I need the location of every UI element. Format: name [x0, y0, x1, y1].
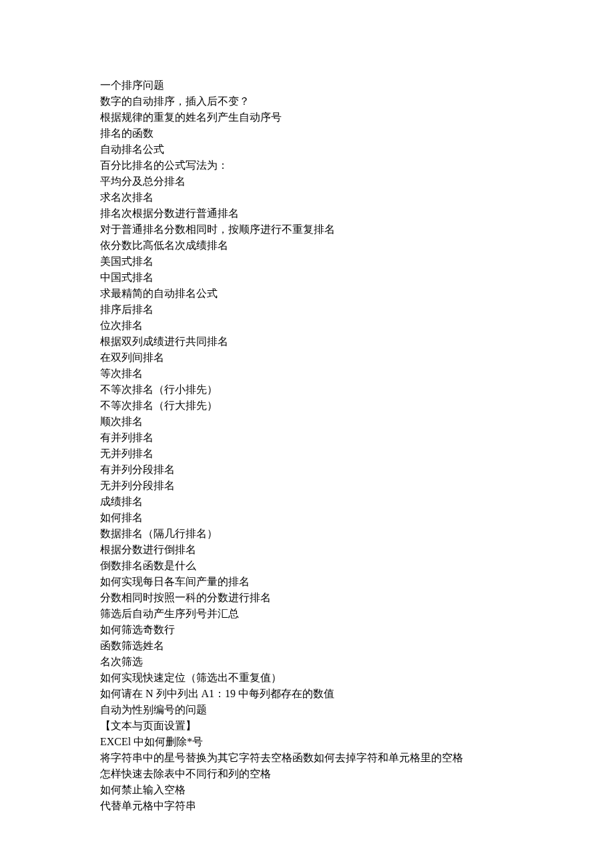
- text-line: 美国式排名: [100, 254, 614, 270]
- text-line: 排名的函数: [100, 125, 614, 141]
- section-heading: 【文本与页面设置】: [100, 718, 614, 734]
- text-line: 筛选后自动产生序列号并汇总: [100, 606, 614, 622]
- text-line: 对于普通排名分数相同时，按顺序进行不重复排名: [100, 222, 614, 238]
- text-line: 如何排名: [100, 510, 614, 526]
- text-line: 根据规律的重复的姓名列产生自动序号: [100, 109, 614, 125]
- text-line: 如何实现快速定位（筛选出不重复值）: [100, 670, 614, 686]
- text-line: 倒数排名函数是什么: [100, 558, 614, 574]
- text-line: 分数相同时按照一科的分数进行排名: [100, 590, 614, 606]
- text-line: 如何筛选奇数行: [100, 622, 614, 638]
- text-line: 有并列分段排名: [100, 462, 614, 478]
- text-line: 函数筛选姓名: [100, 638, 614, 654]
- text-line: 求最精简的自动排名公式: [100, 286, 614, 302]
- text-line: 排名次根据分数进行普通排名: [100, 205, 614, 222]
- text-line: 百分比排名的公式写法为：: [100, 157, 614, 173]
- text-line: 依分数比高低名次成绩排名: [100, 238, 614, 254]
- text-line: 平均分及总分排名: [100, 173, 614, 189]
- text-line: 成绩排名: [100, 494, 614, 510]
- text-line: 数字的自动排序，插入后不变？: [100, 93, 614, 109]
- text-line: 根据双列成绩进行共同排名: [100, 334, 614, 350]
- text-line: 有并列排名: [100, 430, 614, 446]
- text-line: EXCEl 中如何删除*号: [100, 734, 614, 750]
- text-line: 位次排名: [100, 318, 614, 334]
- text-line: 数据排名（隔几行排名）: [100, 526, 614, 542]
- text-line: 自动为性别编号的问题: [100, 702, 614, 718]
- text-line: 自动排名公式: [100, 141, 614, 157]
- text-line: 中国式排名: [100, 270, 614, 286]
- document-page: 一个排序问题 数字的自动排序，插入后不变？ 根据规律的重复的姓名列产生自动序号 …: [0, 0, 614, 814]
- text-line: 排序后排名: [100, 302, 614, 318]
- text-line: 代替单元格中字符串: [100, 798, 614, 814]
- text-line: 不等次排名（行大排先）: [100, 398, 614, 414]
- text-line: 如何实现每日各车间产量的排名: [100, 574, 614, 590]
- text-line: 无并列排名: [100, 446, 614, 462]
- text-line: 顺次排名: [100, 414, 614, 430]
- text-line: 等次排名: [100, 366, 614, 382]
- text-line: 如何禁止输入空格: [100, 782, 614, 798]
- text-line: 根据分数进行倒排名: [100, 542, 614, 558]
- text-line: 在双列间排名: [100, 350, 614, 366]
- text-line: 求名次排名: [100, 189, 614, 205]
- text-line: 如何请在 N 列中列出 A1：19 中每列都存在的数值: [100, 686, 614, 702]
- text-line: 不等次排名（行小排先）: [100, 382, 614, 398]
- text-line: 名次筛选: [100, 654, 614, 670]
- text-line: 无并列分段排名: [100, 478, 614, 494]
- text-line: 一个排序问题: [100, 77, 614, 93]
- text-line: 怎样快速去除表中不同行和列的空格: [100, 766, 614, 782]
- text-line: 将字符串中的星号替换为其它字符去空格函数如何去掉字符和单元格里的空格: [100, 750, 614, 766]
